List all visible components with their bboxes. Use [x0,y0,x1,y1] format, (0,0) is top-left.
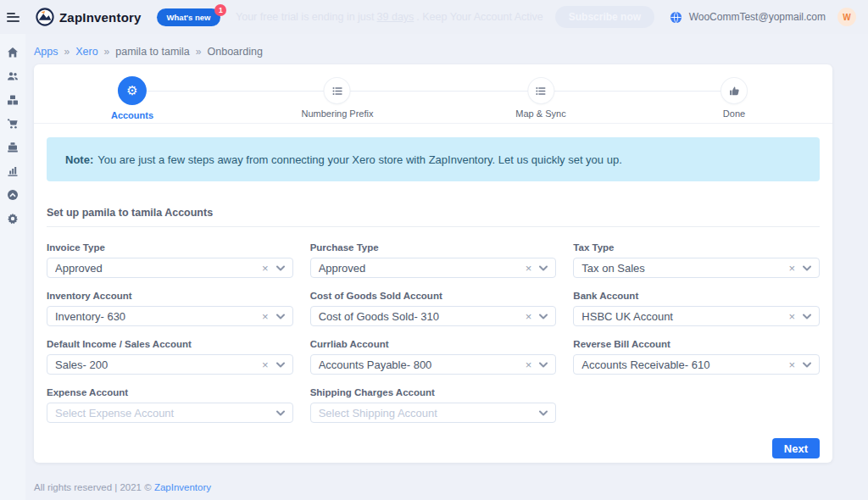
chevron-down-icon[interactable] [539,265,548,271]
field-label: Default Income / Sales Account [47,339,293,349]
inventory-account-select[interactable]: Inventory- 630 × [47,306,293,326]
clear-icon[interactable]: × [526,311,532,322]
clear-icon[interactable]: × [526,359,532,370]
breadcrumb-separator: » [64,46,70,58]
field-label: Inventory Account [47,291,293,301]
accounts-form: Invoice Type Approved × Purchase Type Ap… [47,242,820,423]
chevron-down-icon[interactable] [276,362,285,368]
avatar[interactable]: W [837,8,856,26]
footer-brand-link[interactable]: ZapInventory [154,482,211,492]
breadcrumb-apps[interactable]: Apps [34,46,58,58]
whats-new-button[interactable]: What's new 1 [157,8,221,26]
chevron-down-icon[interactable] [276,314,285,319]
select-value: Inventory- 630 [55,310,262,323]
section-divider [47,226,820,227]
shipping-charges-account-select[interactable]: Select Shipping Account [310,403,557,423]
chevron-down-icon[interactable] [276,410,285,416]
select-value: Cost of Goods Sold- 310 [319,310,526,323]
select-value: Accounts Receivable- 610 [581,358,788,371]
note-prefix: Note: [65,153,93,166]
section-title: Set up pamila to tamila Accounts [47,207,820,219]
select-value: Sales- 200 [55,358,262,371]
menu-toggle-icon[interactable] [0,10,25,24]
onboarding-card: ⚙ Accounts Numbering Prefix Map & Sync [34,64,832,463]
field-expense-account: Expense Account Select Expense Account [47,387,293,423]
clear-icon[interactable]: × [788,359,795,370]
chevron-down-icon[interactable] [803,314,811,319]
step-done[interactable]: Done [721,76,747,119]
clear-icon[interactable]: × [788,263,795,274]
stepper-connector [132,91,734,92]
breadcrumb-xero[interactable]: Xero [75,46,97,58]
chevron-down-icon[interactable] [539,314,548,319]
app-logo[interactable]: ZapInventory [36,8,142,26]
reports-icon[interactable] [7,164,19,177]
breadcrumb-store: pamila to tamila [115,46,190,58]
footer: All rights reserved | 2021 © ZapInventor… [34,482,211,492]
select-placeholder: Select Expense Account [55,407,276,419]
contacts-icon[interactable] [7,69,19,82]
trial-banner-text2: . Keep Your Account Active [416,11,542,23]
field-currliab-account: Currliab Account Accounts Payable- 800 × [310,339,557,375]
next-button[interactable]: Next [772,438,820,458]
top-header: ZapInventory What's new 1 Your free tria… [0,0,868,34]
subscribe-now-button[interactable]: Subscribe now [555,6,654,28]
billing-icon[interactable] [7,141,19,153]
field-invoice-type: Invoice Type Approved × [47,242,293,278]
home-icon[interactable] [7,46,19,58]
chevron-down-icon[interactable] [539,410,548,416]
bank-account-select[interactable]: HSBC UK Account × [573,306,820,326]
clear-icon[interactable]: × [262,359,269,370]
step-numbering-prefix[interactable]: Numbering Prefix [302,76,374,119]
support-icon[interactable] [7,188,19,201]
field-tax-type: Tax Type Tax on Sales × [573,242,820,278]
step-map-sync[interactable]: Map & Sync [515,76,565,119]
list-icon [331,86,342,97]
breadcrumb-separator: » [104,46,110,58]
select-value: Approved [55,262,262,275]
inventory-icon[interactable] [7,93,19,106]
invoice-type-select[interactable]: Approved × [47,258,293,278]
field-bank-account: Bank Account HSBC UK Account × [573,291,820,326]
cart-icon[interactable] [7,117,19,130]
globe-icon [670,11,682,24]
field-inventory-account: Inventory Account Inventory- 630 × [47,291,293,326]
clear-icon[interactable]: × [262,311,269,322]
step-label: Done [721,108,747,119]
user-email[interactable]: WooCommTest@yopmail.com [689,11,826,23]
reverse-bill-account-select[interactable]: Accounts Receivable- 610 × [573,354,820,375]
currliab-account-select[interactable]: Accounts Payable- 800 × [310,354,557,375]
select-value: Accounts Payable- 800 [319,358,526,371]
chevron-down-icon[interactable] [803,362,811,368]
cogs-account-select[interactable]: Cost of Goods Sold- 310 × [310,306,557,326]
select-value: HSBC UK Account [581,310,788,323]
select-value: Tax on Sales [581,262,788,275]
chevron-down-icon[interactable] [539,362,548,368]
trial-banner: Your free trial is ending in just 39 day… [220,6,669,28]
onboarding-stepper: ⚙ Accounts Numbering Prefix Map & Sync [34,64,832,124]
expense-account-select[interactable]: Select Expense Account [47,403,293,423]
trial-banner-text: Your free trial is ending in just [236,11,375,23]
step-label: Map & Sync [515,108,565,119]
logo-text: ZapInventory [59,10,142,25]
step-label: Accounts [111,110,153,120]
tax-type-select[interactable]: Tax on Sales × [573,258,820,278]
settings-icon[interactable] [7,212,19,225]
field-label: Purchase Type [310,242,557,253]
field-label: Tax Type [573,242,820,253]
clear-icon[interactable]: × [788,311,795,322]
step-accounts[interactable]: ⚙ Accounts [111,76,153,120]
field-label: Invoice Type [47,242,293,253]
trial-days-link[interactable]: 39 days [377,11,415,23]
field-purchase-type: Purchase Type Approved × [310,242,557,278]
field-income-sales-account: Default Income / Sales Account Sales- 20… [47,339,293,375]
chevron-down-icon[interactable] [803,265,811,271]
chevron-down-icon[interactable] [276,265,285,271]
gear-icon: ⚙ [126,85,137,97]
income-sales-account-select[interactable]: Sales- 200 × [47,354,293,375]
list-icon [536,86,547,97]
clear-icon[interactable]: × [262,263,269,274]
breadcrumb: Apps » Xero » pamila to tamila » Onboard… [34,46,263,58]
purchase-type-select[interactable]: Approved × [310,258,557,278]
clear-icon[interactable]: × [526,263,532,274]
